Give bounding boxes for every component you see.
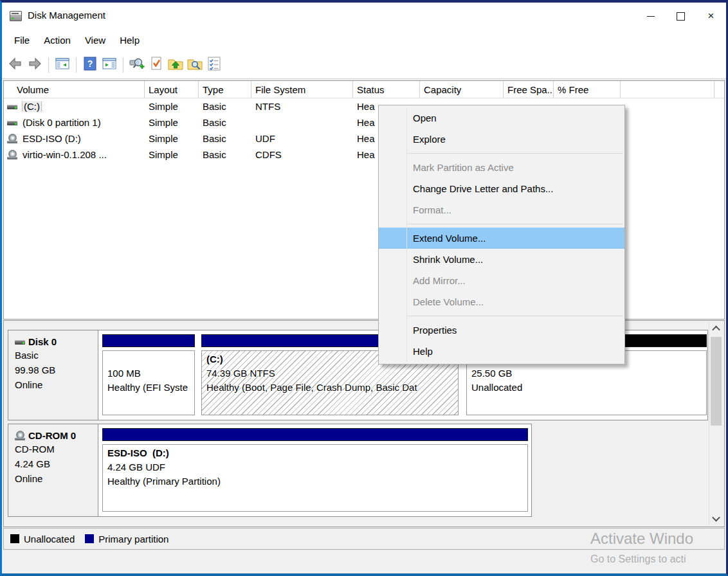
partition-body[interactable]: 100 MBHealthy (EFI Syste bbox=[102, 350, 195, 415]
layout-cell: Simple bbox=[145, 149, 199, 160]
maximize-icon bbox=[677, 12, 685, 21]
column-header-volume[interactable]: Volume bbox=[4, 81, 145, 98]
toolbar: ? bbox=[2, 51, 726, 79]
column-header-layout[interactable]: Layout bbox=[145, 81, 199, 98]
cd-rom-icon bbox=[15, 431, 26, 441]
toolbar-separator bbox=[123, 57, 123, 73]
menu-item-properties[interactable]: Properties bbox=[379, 320, 624, 341]
column-header-%-free[interactable]: % Free bbox=[554, 81, 621, 98]
menu-item-format[interactable]: Format... bbox=[379, 199, 624, 221]
console-tree-icon bbox=[54, 55, 71, 75]
column-header-file-system[interactable]: File System bbox=[251, 81, 353, 98]
legend-item-primary-partition: Primary partition bbox=[85, 534, 168, 544]
svg-text:?: ? bbox=[87, 59, 93, 69]
volume-name: (C:) bbox=[23, 101, 41, 112]
disk-kind: CD-ROM bbox=[15, 442, 95, 456]
menu-item-change-drive-letter-and-paths[interactable]: Change Drive Letter and Paths... bbox=[379, 178, 624, 199]
column-header-free-spa-[interactable]: Free Spa... bbox=[504, 81, 554, 98]
partition-title: ESD-ISO (D:) bbox=[107, 446, 527, 460]
volume-cell: virtio-win-0.1.208 ... bbox=[4, 149, 145, 160]
chevron-up-icon bbox=[712, 326, 720, 334]
disk-size: 4.24 GB bbox=[15, 457, 95, 471]
watermark-line1: Activate Windo bbox=[590, 530, 693, 548]
partition[interactable]: 100 MBHealthy (EFI Syste bbox=[102, 330, 195, 420]
check-document-button[interactable] bbox=[147, 55, 166, 75]
column-header-capacity[interactable]: Capacity bbox=[420, 81, 504, 98]
partition-body[interactable]: ESD-ISO (D:)4.24 GB UDFHealthy (Primary … bbox=[102, 444, 528, 512]
menu-item-add-mirror[interactable]: Add Mirror... bbox=[379, 270, 624, 291]
app-icon bbox=[10, 11, 22, 21]
menu-item-help[interactable]: Help bbox=[379, 341, 624, 362]
disk-status: Online bbox=[15, 378, 95, 392]
menu-help[interactable]: Help bbox=[113, 32, 147, 49]
search-folder-icon bbox=[187, 55, 203, 75]
task-checklist-button[interactable] bbox=[205, 55, 224, 75]
scrollbar-thumb[interactable] bbox=[711, 337, 722, 426]
column-header-blank[interactable] bbox=[621, 81, 714, 98]
layout-cell: Simple bbox=[145, 133, 199, 144]
window-controls: × bbox=[635, 3, 726, 30]
menu-view[interactable]: View bbox=[78, 32, 113, 49]
context-menu: OpenExploreMark Partition as ActiveChang… bbox=[378, 105, 625, 364]
volume-cell: (C:) bbox=[4, 101, 145, 112]
partition-line: Unallocated bbox=[471, 381, 706, 395]
column-header-type[interactable]: Type bbox=[199, 81, 251, 98]
disk-status: Online bbox=[15, 472, 95, 485]
legend-label: Primary partition bbox=[98, 534, 168, 544]
back-arrow-button[interactable] bbox=[6, 55, 25, 75]
help-button[interactable]: ? bbox=[80, 55, 100, 75]
minimize-button[interactable] bbox=[635, 3, 666, 30]
column-header-status[interactable]: Status bbox=[353, 81, 420, 98]
disk-label-panel[interactable]: CD-ROM 0CD-ROM4.24 GBOnline bbox=[8, 424, 98, 516]
maximize-button[interactable] bbox=[666, 3, 696, 30]
type-cell: Basic bbox=[199, 149, 251, 160]
rescan-disks-button[interactable] bbox=[127, 55, 147, 75]
title-bar: Disk Management × bbox=[2, 3, 726, 30]
cd-rom-icon bbox=[7, 150, 19, 160]
partition-line: Healthy (EFI Syste bbox=[107, 381, 194, 395]
hard-disk-icon bbox=[7, 102, 19, 112]
toolbar-separator bbox=[76, 57, 77, 73]
toolbar-separator bbox=[48, 57, 49, 73]
type-cell: Basic bbox=[199, 117, 251, 128]
chevron-down-icon bbox=[712, 514, 720, 522]
legend-swatch bbox=[10, 534, 19, 543]
volume-name: ESD-ISO (D:) bbox=[23, 133, 81, 144]
vertical-scrollbar[interactable] bbox=[709, 322, 723, 525]
menu-item-extend-volume[interactable]: Extend Volume... bbox=[379, 228, 624, 249]
close-button[interactable]: × bbox=[696, 3, 726, 30]
layout-cell: Simple bbox=[145, 117, 199, 128]
menu-item-mark-partition-as-active[interactable]: Mark Partition as Active bbox=[379, 157, 624, 178]
menu-file[interactable]: File bbox=[7, 32, 37, 49]
partition[interactable]: ESD-ISO (D:)4.24 GB UDFHealthy (Primary … bbox=[102, 424, 528, 516]
hard-disk-icon bbox=[7, 118, 19, 128]
search-folder-button[interactable] bbox=[185, 55, 205, 75]
disk-label-panel[interactable]: Disk 0Basic99.98 GBOnline bbox=[8, 330, 98, 420]
menu-item-delete-volume[interactable]: Delete Volume... bbox=[379, 291, 624, 312]
partition-line: Healthy (Boot, Page File, Crash Dump, Ba… bbox=[206, 381, 458, 395]
action-pane-icon bbox=[101, 55, 118, 75]
minimize-icon bbox=[647, 16, 655, 17]
partition-title bbox=[107, 352, 194, 366]
scroll-up-button[interactable] bbox=[709, 322, 723, 336]
scroll-down-button[interactable] bbox=[709, 512, 723, 525]
menu-action[interactable]: Action bbox=[37, 32, 78, 49]
menu-separator bbox=[408, 316, 623, 316]
cd-rom-icon bbox=[7, 134, 19, 144]
menu-separator bbox=[408, 224, 623, 224]
file-system-cell: NTFS bbox=[251, 101, 353, 112]
volume-name: virtio-win-0.1.208 ... bbox=[23, 149, 107, 160]
column-header-filler bbox=[714, 81, 724, 98]
up-folder-button[interactable] bbox=[166, 55, 185, 75]
partition-line: 4.24 GB UDF bbox=[107, 460, 527, 474]
watermark-line2: Go to Settings to acti bbox=[590, 554, 693, 565]
menu-item-open[interactable]: Open bbox=[379, 107, 624, 129]
menu-item-shrink-volume[interactable]: Shrink Volume... bbox=[379, 249, 624, 270]
context-menu-gutter bbox=[406, 107, 407, 362]
console-tree-button[interactable] bbox=[53, 55, 72, 75]
partition-line: Healthy (Primary Partition) bbox=[107, 474, 527, 489]
context-menu-items: OpenExploreMark Partition as ActiveChang… bbox=[379, 107, 624, 362]
action-pane-button[interactable] bbox=[100, 55, 119, 75]
menu-item-explore[interactable]: Explore bbox=[379, 129, 624, 150]
forward-arrow-button[interactable] bbox=[25, 55, 44, 75]
